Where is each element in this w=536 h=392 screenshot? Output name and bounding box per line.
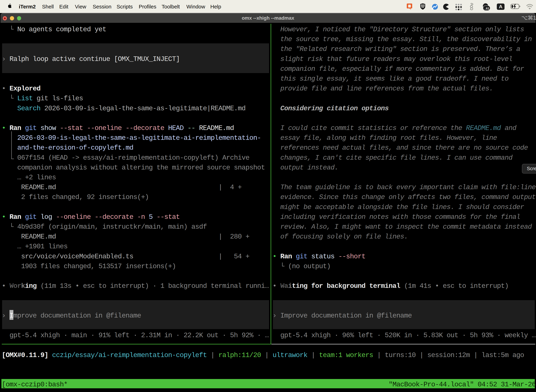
svg-text:..61: ..61 <box>484 7 489 10</box>
